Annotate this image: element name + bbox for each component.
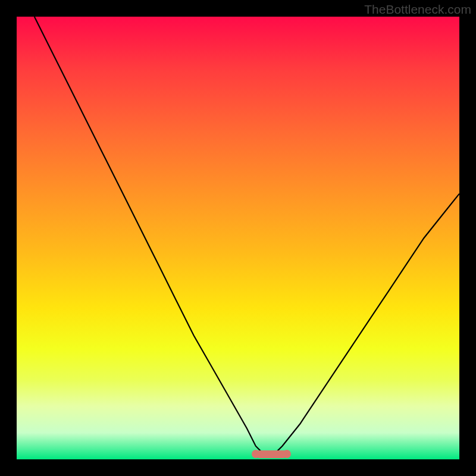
attribution-label: TheBottleneck.com [364,2,471,17]
optimum-bar [256,450,287,458]
bottleneck-curve [17,17,459,459]
